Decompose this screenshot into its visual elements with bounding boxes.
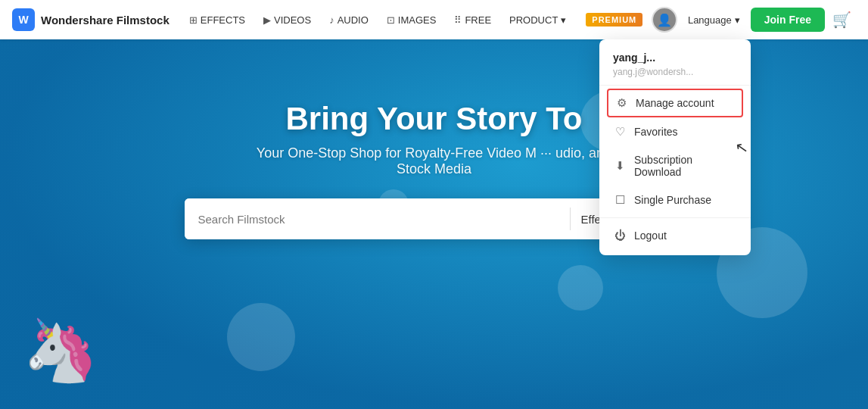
nav-product[interactable]: PRODUCT ▾ — [502, 10, 574, 30]
navbar: W Wondershare Filmstock ⊞ EFFECTS ▶ VIDE… — [0, 0, 868, 39]
language-chevron-icon: ▾ — [735, 14, 740, 26]
nav-audio[interactable]: ♪ AUDIO — [322, 10, 376, 30]
download-icon: ⬇ — [613, 159, 627, 173]
avatar-icon: 👤 — [657, 13, 672, 27]
dropdown-manage-account[interactable]: ⚙ Manage account — [607, 89, 743, 117]
logo-icon: W — [12, 8, 35, 31]
dropdown-username: yang_j... — [599, 45, 751, 65]
dropdown-logout[interactable]: ⏻ Logout — [599, 221, 751, 249]
nav-effects[interactable]: ⊞ EFFECTS — [182, 10, 253, 30]
dropdown-single-purchase[interactable]: ☐ Single Purchase — [599, 186, 751, 214]
effects-icon: ⊞ — [189, 14, 198, 26]
premium-badge[interactable]: PREMIUM — [586, 13, 642, 27]
audio-icon: ♪ — [329, 14, 334, 26]
nav-images[interactable]: ⊡ IMAGES — [379, 10, 444, 30]
dropdown-favorites[interactable]: ♡ Favorites — [599, 117, 751, 146]
user-dropdown-menu: yang_j... yang.j@wondersh... ⚙ Manage ac… — [599, 39, 751, 255]
logo[interactable]: W Wondershare Filmstock — [12, 8, 170, 31]
dropdown-divider — [599, 217, 751, 218]
videos-icon: ▶ — [263, 14, 271, 26]
avatar[interactable]: 👤 — [652, 7, 677, 33]
nav-videos[interactable]: ▶ VIDEOS — [256, 10, 319, 30]
nav-free[interactable]: ⠿ FREE — [446, 10, 499, 30]
brand-name: Wondershare Filmstock — [41, 14, 170, 27]
cart-icon[interactable]: 🛒 — [828, 6, 856, 33]
join-free-button[interactable]: Join Free — [751, 8, 825, 32]
gear-icon: ⚙ — [614, 96, 628, 110]
images-icon: ⊡ — [387, 14, 395, 26]
power-icon: ⏻ — [613, 229, 627, 242]
search-input[interactable] — [185, 198, 570, 239]
free-icon: ⠿ — [454, 14, 462, 26]
heart-icon: ♡ — [613, 125, 627, 139]
receipt-icon: ☐ — [613, 193, 627, 207]
unicorn-decoration: 🦄 — [23, 315, 98, 386]
product-chevron-icon: ▾ — [561, 14, 566, 26]
dropdown-subscription-download[interactable]: ⬇ Subscription Download — [599, 146, 751, 186]
dropdown-user-email: yang.j@wondersh... — [599, 65, 751, 86]
language-selector[interactable]: Language ▾ — [680, 10, 748, 30]
